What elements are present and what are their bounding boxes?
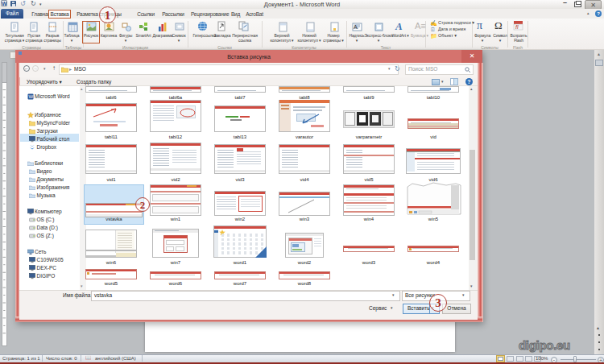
svg-text:fl: fl (515, 24, 519, 30)
svg-text:A: A (354, 24, 358, 30)
svg-text:W: W (28, 94, 33, 99)
